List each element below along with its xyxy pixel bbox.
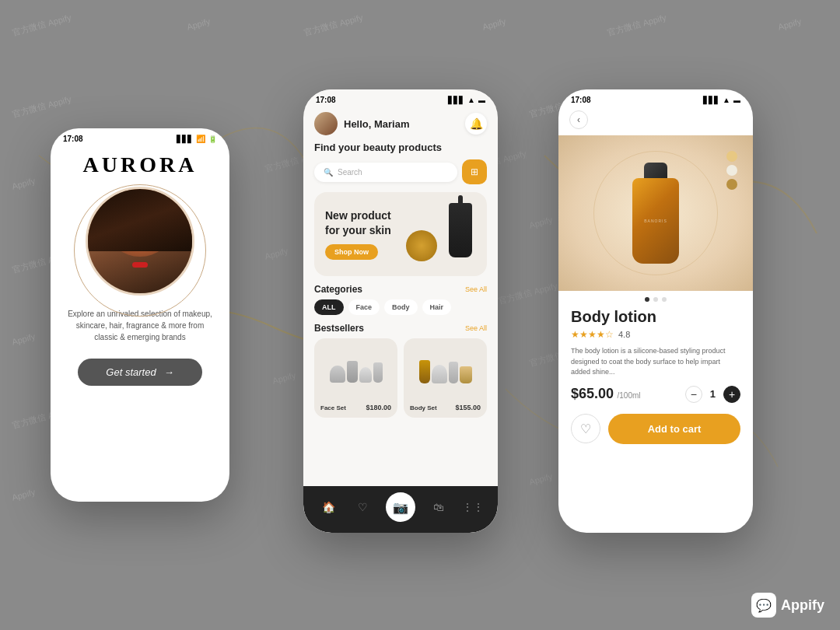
promo-banner: New product for your skin Shop Now (314, 192, 487, 276)
category-hair[interactable]: Hair (422, 299, 452, 315)
product-face-name: Face Set (320, 404, 346, 411)
quantity-value: 1 (710, 388, 716, 400)
categories-header: Categories See All (303, 284, 498, 299)
notification-button[interactable]: 🔔 (465, 113, 487, 135)
product-card-face-set[interactable]: Face Set $180.00 (314, 338, 397, 418)
wifi-icon: 📶 (196, 135, 205, 143)
product-body-price: $155.00 (455, 404, 481, 411)
signal-icon: ▋▋▋ (703, 96, 719, 104)
phone1-content: AURORA Explore an unrivaled selection of… (51, 146, 229, 401)
product-hero-image (558, 135, 753, 291)
color-swatch-cream[interactable] (726, 165, 737, 176)
appify-brand-name: Appify (781, 597, 824, 614)
bottom-navigation: 🏠 ♡ 📷 🛍 ⋮⋮ (303, 486, 498, 533)
wifi-icon: ▲ (467, 96, 475, 104)
banner-text-area: New product for your skin Shop Now (325, 208, 406, 259)
nav-favorites[interactable]: ♡ (352, 496, 373, 518)
appify-footer: 💬 Appify (751, 593, 824, 618)
bestsellers-header: Bestsellers See All (303, 323, 498, 338)
price-unit: /100ml (618, 391, 641, 400)
camera-icon: 📷 (393, 500, 408, 515)
quantity-control: − 1 + (685, 386, 740, 403)
phone3-topbar: ‹ (558, 107, 753, 135)
nav-camera[interactable]: 📷 (386, 492, 415, 522)
product-name: Body lotion (571, 308, 740, 326)
bestsellers-label: Bestsellers (314, 323, 364, 334)
brand-name: AURORA (83, 152, 198, 177)
categories-label: Categories (314, 284, 362, 295)
color-swatch-gold[interactable] (726, 151, 737, 162)
category-face[interactable]: Face (348, 299, 380, 315)
body-tube2 (460, 366, 472, 383)
star-rating: ★★★★☆ (571, 329, 614, 340)
avatar-lips (132, 262, 148, 268)
search-icon: 🔍 (324, 168, 333, 177)
category-all[interactable]: ALL (314, 299, 344, 315)
product-face-set-image (320, 345, 391, 399)
arrow-icon: → (164, 366, 174, 378)
product-card-body-set[interactable]: Body Set $155.00 (404, 338, 487, 418)
quantity-increase-button[interactable]: + (723, 386, 740, 403)
search-row: 🔍 Search ⊞ (303, 159, 498, 192)
user-greeting-area: Hello, Mariam (314, 112, 410, 135)
price-area: $65.00 /100ml (571, 386, 641, 402)
hero-description: Explore an unrivaled selection of makeup… (66, 308, 214, 343)
get-started-button[interactable]: Get started → (78, 359, 202, 386)
user-avatar (314, 112, 338, 135)
cream-jar2 (359, 367, 372, 383)
phone1-status-bar: 17:08 ▋▋▋ 📶 🔋 (51, 128, 229, 146)
filter-button[interactable]: ⊞ (462, 159, 487, 184)
phone1-wrapper: 17:08 ▋▋▋ 📶 🔋 AURORA Explore an u (51, 128, 229, 502)
price-quantity-row: $65.00 /100ml − 1 + (571, 386, 740, 403)
grid-icon: ⋮⋮ (462, 501, 484, 513)
quantity-decrease-button[interactable]: − (685, 386, 702, 403)
color-swatch-amber[interactable] (726, 179, 737, 190)
signal-icon: ▋▋▋ (177, 135, 193, 143)
filter-icon: ⊞ (471, 166, 478, 177)
cream-tube1 (347, 361, 358, 383)
bell-icon: 🔔 (470, 117, 483, 130)
image-dots (558, 291, 753, 308)
banner-image (406, 203, 476, 265)
back-button[interactable]: ‹ (569, 110, 588, 129)
categories-see-all[interactable]: See All (465, 285, 487, 293)
bestsellers-row: Face Set $180.00 Body Set $155.00 (303, 338, 498, 418)
page-title: Find your beauty products (303, 142, 498, 159)
search-placeholder-text: Search (338, 168, 362, 177)
shop-now-button[interactable]: Shop Now (325, 244, 378, 260)
get-started-label: Get started (106, 366, 156, 378)
phone3-wrapper: 17:08 ▋▋▋ ▲ ▬ ‹ (558, 89, 753, 533)
cream-tube2 (373, 362, 383, 383)
add-to-cart-button[interactable]: Add to cart (608, 414, 740, 444)
gold-orb-image (406, 230, 437, 261)
rating-value: 4.8 (618, 330, 630, 339)
dark-bottle-image (449, 203, 472, 257)
phone2-time: 17:08 (316, 96, 336, 104)
dot-1[interactable] (645, 297, 649, 302)
product-price: $65.00 (571, 386, 614, 401)
product-body-footer: Body Set $155.00 (410, 404, 481, 411)
lotion-bottle-image (628, 163, 683, 264)
battery-icon: ▬ (733, 96, 740, 104)
nav-menu[interactable]: ⋮⋮ (462, 496, 484, 518)
product-face-footer: Face Set $180.00 (320, 404, 391, 411)
nav-home[interactable]: 🏠 (317, 496, 339, 518)
bestsellers-see-all[interactable]: See All (465, 324, 487, 332)
appify-logo-icon: 💬 (751, 593, 776, 618)
body-tube1 (449, 362, 458, 383)
rating-row: ★★★★☆ 4.8 (571, 329, 740, 340)
dot-3[interactable] (662, 297, 667, 302)
signal-icon: ▋▋▋ (448, 96, 464, 104)
wifi-icon: ▲ (723, 96, 730, 104)
nav-cart[interactable]: 🛍 (428, 496, 450, 518)
product-description: The body lotion is a silicone-based styl… (571, 346, 740, 378)
dot-2[interactable] (653, 297, 658, 302)
add-to-cart-row: ♡ Add to cart (558, 414, 753, 457)
search-box[interactable]: 🔍 Search (314, 163, 457, 182)
cream-jar1 (330, 366, 345, 383)
brand-logo: AURORA (83, 152, 198, 177)
phone2-header: Hello, Mariam 🔔 (303, 107, 498, 142)
wishlist-button[interactable]: ♡ (571, 414, 600, 443)
product-body-name: Body Set (410, 404, 437, 411)
category-body[interactable]: Body (384, 299, 418, 315)
